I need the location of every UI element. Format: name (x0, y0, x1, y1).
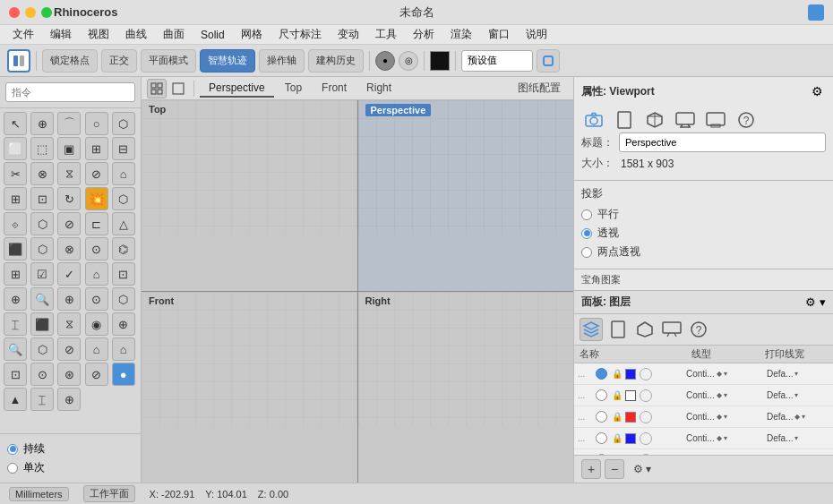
layer-vis-circle[interactable] (640, 389, 652, 402)
tool-project[interactable]: ⌂ (112, 162, 135, 185)
tool-grid[interactable]: ⊡ (112, 262, 135, 286)
plane-button[interactable]: 工作平面 (83, 485, 135, 502)
tool-sphere[interactable]: ● (112, 363, 135, 386)
tool-flame[interactable]: 💥 (85, 187, 108, 210)
layer-vis-circle[interactable] (640, 411, 652, 423)
tool-sub[interactable]: ⊙ (85, 237, 108, 261)
projection-twopoint[interactable]: 两点透视 (581, 244, 826, 260)
layer-tab-monitor-icon[interactable] (660, 318, 683, 341)
tab-right[interactable]: Right (357, 80, 400, 98)
projection-parallel[interactable]: 平行 (581, 207, 826, 222)
layer-radio[interactable] (596, 389, 607, 401)
tool-fillet[interactable]: ⊟ (112, 137, 135, 160)
layer-lock-icon[interactable]: 🔒 (611, 368, 623, 380)
tool-view-front[interactable]: ⊛ (57, 363, 81, 386)
viewport-top[interactable]: Top (142, 100, 357, 291)
tool-polygon[interactable]: ⬡ (112, 112, 135, 135)
layers-gear-button[interactable]: ⚙ ▾ (805, 295, 826, 309)
tool-snap-end[interactable]: ⧖ (57, 312, 81, 336)
proj-parallel-radio[interactable] (581, 209, 592, 220)
tool-boolean[interactable]: ⊘ (57, 212, 81, 235)
tool-detail[interactable]: ⊡ (4, 363, 27, 386)
viewport-front[interactable]: Front (142, 292, 357, 483)
lock-grid-button[interactable]: 锁定格点 (42, 49, 98, 73)
tool-extra[interactable]: ⊕ (57, 388, 81, 411)
radio-continuous-btn[interactable] (7, 444, 18, 455)
op-axis-button[interactable]: 操作轴 (259, 49, 305, 73)
command-input[interactable] (5, 82, 135, 102)
layer-vis-circle[interactable] (640, 432, 652, 445)
layer-printwidth[interactable]: Defa...▾ (767, 369, 829, 379)
tool-gumball[interactable]: ⌬ (112, 237, 135, 261)
tool-rotate[interactable]: ↻ (57, 187, 81, 210)
layer-row[interactable]: ... 🔒 Conti...◆▾ Defa...▾ (574, 428, 833, 449)
tool-layer-col[interactable]: ⌶ (4, 312, 27, 336)
layer-color-swatch[interactable] (625, 369, 636, 380)
layer-tab-help-icon[interactable]: ? (687, 318, 710, 341)
tool-view-circle[interactable]: ⊙ (85, 287, 108, 311)
menu-transform[interactable]: 变动 (331, 25, 366, 44)
tool-mark[interactable]: ✓ (57, 262, 81, 286)
layer-tab-cube-icon[interactable] (633, 318, 657, 341)
menu-curve[interactable]: 曲线 (118, 25, 154, 44)
add-layer-button[interactable]: + (581, 459, 601, 479)
layer-color-swatch[interactable] (625, 412, 636, 423)
tool-zoom-find[interactable]: 🔍 (30, 287, 54, 311)
tool-box[interactable]: ⬚ (30, 137, 54, 160)
tool-home[interactable]: ⌂ (85, 262, 108, 286)
sidebar-toggle-icon[interactable] (7, 49, 30, 73)
tab-top[interactable]: Top (276, 80, 311, 98)
window-controls[interactable] (9, 7, 52, 18)
radio-continuous[interactable]: 持续 (7, 441, 133, 457)
proj-twopoint-radio[interactable] (581, 247, 592, 258)
tool-scale[interactable]: ⬡ (112, 187, 135, 210)
layer-radio[interactable] (596, 368, 607, 380)
record-button[interactable]: ● (375, 51, 395, 71)
props-gear-button[interactable]: ⚙ (808, 82, 826, 100)
layer-printwidth[interactable]: Defa...▾ (767, 433, 829, 443)
tool-copy[interactable]: ⬡ (30, 212, 54, 235)
tool-array[interactable]: ⊞ (4, 187, 27, 210)
layers-settings-button[interactable]: ⚙ ▾ (633, 463, 651, 475)
ortho-button[interactable]: 正交 (101, 49, 137, 73)
layer-radio[interactable] (596, 411, 607, 423)
tool-solid[interactable]: ⬛ (4, 237, 27, 261)
tool-col[interactable]: ⌶ (30, 388, 54, 411)
layer-linetype[interactable]: Conti...◆▾ (686, 369, 767, 379)
menu-window[interactable]: 窗口 (481, 25, 517, 44)
tool-group[interactable]: ⊞ (4, 262, 27, 286)
layer-linetype[interactable]: Conti...◆▾ (686, 412, 767, 422)
tool-extrude[interactable]: ⊞ (85, 137, 108, 160)
tool-zoom-out[interactable]: ⊕ (57, 287, 81, 311)
tool-split[interactable]: ⊗ (30, 162, 54, 185)
color-picker[interactable] (430, 51, 450, 71)
tool-snap-grid[interactable]: ⬛ (30, 312, 54, 336)
menu-tools[interactable]: 工具 (368, 25, 404, 44)
unit-button[interactable]: Millimeters (9, 487, 69, 501)
tool-mirror[interactable]: ⊡ (30, 187, 54, 210)
tool-move[interactable]: ⟐ (4, 212, 27, 235)
tool-render-all[interactable]: ⌂ (112, 337, 135, 361)
radio-single[interactable]: 单次 (7, 460, 133, 475)
menu-mesh[interactable]: 网格 (234, 25, 270, 44)
remove-layer-button[interactable]: − (605, 459, 624, 479)
layer-printwidth[interactable]: Defa...▾ (767, 390, 829, 400)
preset-field[interactable] (461, 50, 533, 72)
layer-lock-icon[interactable]: 🔒 (611, 411, 623, 423)
menu-surface[interactable]: 曲面 (156, 25, 192, 44)
radio-single-btn[interactable] (7, 463, 18, 474)
tool-zoom-in[interactable]: ⊕ (4, 287, 27, 311)
tool-intersect[interactable]: ⊏ (85, 212, 108, 235)
tool-point[interactable]: ⊕ (30, 112, 54, 135)
layer-lock-icon[interactable]: 🔒 (611, 432, 623, 445)
tool-cage[interactable]: ⊗ (57, 237, 81, 261)
tool-join[interactable]: ⧖ (57, 162, 81, 185)
viewport-right[interactable]: Right (358, 292, 574, 483)
layer-linetype[interactable]: Conti...◆▾ (686, 433, 767, 443)
close-button[interactable] (9, 7, 20, 18)
layer-tab-page-icon[interactable] (606, 318, 630, 341)
layer-color-swatch[interactable] (625, 433, 636, 444)
layer-row[interactable]: ... 🔒 Conti...◆▾ Defa...▾ (574, 385, 833, 406)
tool-select[interactable]: ↖ (4, 112, 27, 135)
tool-view-side[interactable]: ⊘ (85, 363, 108, 386)
